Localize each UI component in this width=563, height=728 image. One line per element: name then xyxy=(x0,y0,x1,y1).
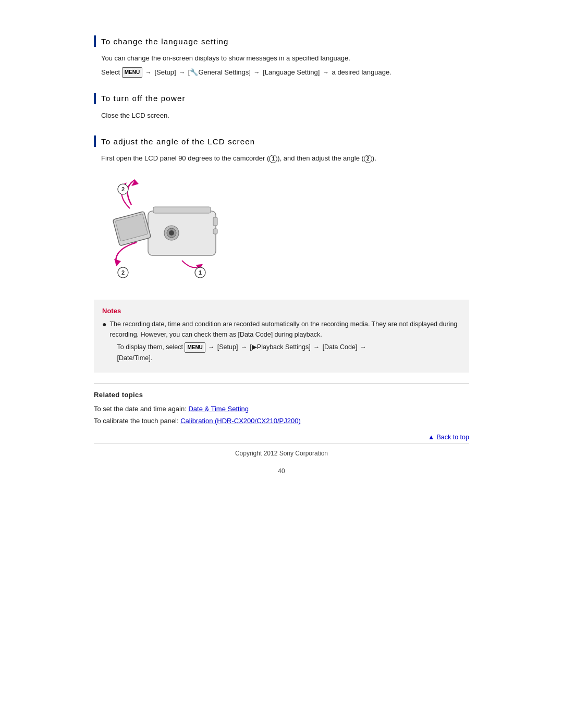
svg-point-4 xyxy=(169,230,174,236)
related-item-2: To calibrate the touch panel: Calibratio… xyxy=(94,415,469,427)
bullet-dot: ● xyxy=(102,319,106,330)
notes-title: Notes xyxy=(102,307,461,315)
svg-text:2: 2 xyxy=(121,269,125,276)
notes-main-text: The recording date, time and condition a… xyxy=(109,320,457,338)
notes-indent: To display them, select MENU → [Setup] →… xyxy=(117,342,461,363)
circle-1: 1 xyxy=(269,155,277,163)
copyright-text: Copyright 2012 Sony Corporation xyxy=(94,450,469,457)
section-lcd-heading: To adjust the angle of the LCD screen xyxy=(94,135,469,147)
svg-rect-1 xyxy=(153,207,211,213)
section-language-heading: To change the language setting xyxy=(94,35,469,47)
arrow-2: → xyxy=(179,69,185,76)
section-lcd-body: First open the LCD panel 90 degrees to t… xyxy=(101,153,469,164)
bullet-text: The recording date, time and condition a… xyxy=(109,319,461,363)
related-topics-body: To set the date and time again: Date & T… xyxy=(94,403,469,427)
heading-bar xyxy=(94,35,96,47)
notes-body: ● The recording date, time and condition… xyxy=(102,319,461,363)
language-intro: You can change the on-screen displays to… xyxy=(101,53,469,64)
power-body: Close the LCD screen. xyxy=(101,110,469,121)
back-to-top-link[interactable]: ▲ Back to top xyxy=(428,434,469,441)
page-number: 40 xyxy=(94,467,469,475)
date-time-setting-link[interactable]: Date & Time Setting xyxy=(188,405,249,413)
lcd-intro: First open the LCD panel 90 degrees to t… xyxy=(101,153,469,164)
bottom-divider xyxy=(94,443,469,443)
lcd-diagram-svg: 2 2 1 xyxy=(101,175,237,289)
arrow-3: → xyxy=(254,69,260,76)
svg-text:1: 1 xyxy=(199,269,202,276)
heading-bar-2 xyxy=(94,93,96,104)
related-text-1-before: To set the date and time again: xyxy=(94,405,188,413)
svg-marker-9 xyxy=(114,259,121,266)
arrow-notes-2: → xyxy=(241,343,247,351)
language-select: Select MENU → [Setup] → [🔧General Settin… xyxy=(101,67,469,78)
svg-rect-0 xyxy=(148,211,216,255)
notes-box: Notes ● The recording date, time and con… xyxy=(94,300,469,373)
general-settings-icon: 🔧 xyxy=(190,68,198,76)
heading-language: To change the language setting xyxy=(101,37,229,46)
menu-button-language: MENU xyxy=(122,67,142,78)
back-to-top-row: ▲ Back to top xyxy=(94,434,469,441)
playback-icon: ▶ xyxy=(252,343,257,351)
lcd-diagram: 2 2 1 xyxy=(101,175,237,289)
section-power-body: Close the LCD screen. xyxy=(101,110,469,121)
calibration-link[interactable]: Calibration (HDR-CX200/CX210/PJ200) xyxy=(180,417,301,425)
svg-rect-5 xyxy=(213,217,217,226)
back-to-top-label: Back to top xyxy=(436,434,469,441)
arrow-notes-4: → xyxy=(360,343,366,351)
svg-text:2: 2 xyxy=(121,186,125,192)
section-language-body: You can change the on-screen displays to… xyxy=(101,53,469,78)
heading-bar-3 xyxy=(94,135,96,147)
arrow-notes-3: → xyxy=(313,343,320,351)
heading-lcd: To adjust the angle of the LCD screen xyxy=(101,137,255,146)
arrow-notes-1: → xyxy=(208,343,214,351)
section-power-heading: To turn off the power xyxy=(94,93,469,104)
svg-marker-10 xyxy=(131,180,139,186)
back-to-top-triangle: ▲ xyxy=(428,434,434,441)
circle-2: 2 xyxy=(364,155,372,163)
section-divider xyxy=(94,383,469,384)
related-topics-title: Related topics xyxy=(94,391,469,399)
related-text-2-before: To calibrate the touch panel: xyxy=(94,417,180,425)
svg-rect-6 xyxy=(213,229,217,234)
notes-bullet-item: ● The recording date, time and condition… xyxy=(102,319,461,363)
menu-button-notes: MENU xyxy=(185,342,205,353)
arrow-1: → xyxy=(145,69,152,76)
arrow-4: → xyxy=(323,69,329,76)
heading-power: To turn off the power xyxy=(101,94,186,103)
related-item-1: To set the date and time again: Date & T… xyxy=(94,403,469,415)
page-content: To change the language setting You can c… xyxy=(83,0,480,506)
